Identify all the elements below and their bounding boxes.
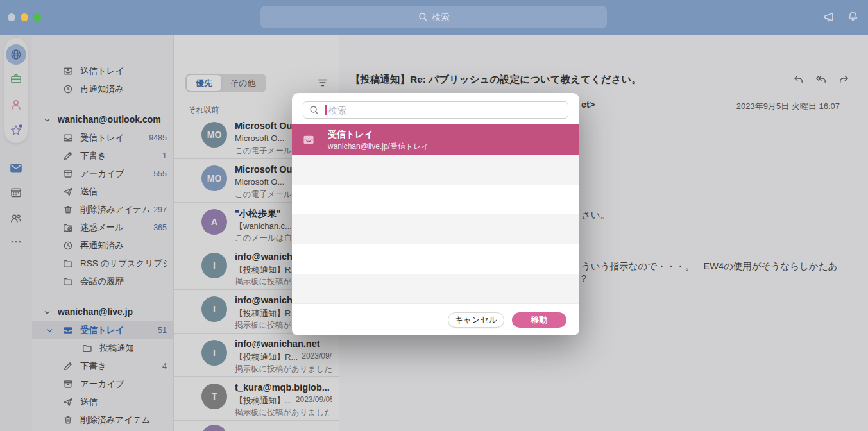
tab-other[interactable]: その他 bbox=[221, 75, 265, 91]
sidebar-item-deleted-live[interactable]: 削除済みアイテム bbox=[32, 411, 173, 429]
sidebar-item-snoozed2[interactable]: 再通知済み bbox=[32, 237, 173, 255]
briefcase-icon bbox=[10, 72, 22, 85]
calendar-icon bbox=[10, 186, 22, 199]
draft-icon bbox=[63, 361, 73, 371]
junk-folder-icon bbox=[63, 223, 73, 233]
mail-icon bbox=[9, 161, 23, 175]
body-text: ういう指示なので・・・。 EW4の使用がそうならしかたあ bbox=[581, 260, 837, 273]
sidebar-item-sent-live[interactable]: 送信 bbox=[32, 393, 173, 411]
close-window-button[interactable] bbox=[8, 13, 15, 21]
avatar: I bbox=[201, 253, 227, 278]
folder-icon bbox=[63, 276, 73, 287]
reply-all-icon[interactable] bbox=[815, 73, 828, 86]
sidebar-item-label: 受信トレイ bbox=[80, 132, 124, 144]
message-subject: 【投稿通知】R... bbox=[235, 264, 298, 276]
global-search-placeholder: 検索 bbox=[432, 12, 450, 23]
message-row[interactable]: I info@wanichan.net 【投稿通知】R...2023/09/05… bbox=[174, 334, 339, 377]
sidebar-item-deleted[interactable]: 削除済みアイテム 297 bbox=[32, 201, 173, 219]
item-count: 365 bbox=[153, 223, 167, 232]
sidebar-item-sent[interactable]: 送信 bbox=[32, 183, 173, 201]
more-modules-button[interactable] bbox=[10, 240, 22, 244]
sidebar-item-drafts-live[interactable]: 下書き 4 bbox=[32, 357, 173, 375]
message-sender: info@wanichan.net bbox=[235, 339, 332, 349]
body-text: さい。 bbox=[581, 209, 609, 221]
tab-focused[interactable]: 優先 bbox=[187, 75, 221, 91]
briefcase-account-button[interactable] bbox=[10, 72, 22, 85]
sidebar-item-label: 投稿通知 bbox=[99, 342, 134, 354]
outbox-icon bbox=[63, 66, 73, 76]
zoom-window-button[interactable] bbox=[33, 13, 41, 21]
unread-count: 9485 bbox=[149, 133, 167, 142]
folder-result-selected[interactable]: 受信トレイ wanichan@live.jp/受信トレイ bbox=[292, 124, 579, 155]
account-header-outlook[interactable]: wanichan@outlook.com bbox=[32, 110, 173, 129]
sidebar-item-label: 削除済みアイテム bbox=[80, 204, 151, 216]
folder-icon bbox=[63, 258, 73, 269]
sidebar-item-rss[interactable]: RSS のサブスクリプシ… bbox=[32, 255, 173, 273]
message-date: 2023/09/05 bbox=[298, 351, 332, 363]
inbox-icon bbox=[63, 133, 73, 143]
message-preview: 掲示板に投稿がありました… bbox=[235, 407, 332, 418]
calendar-module-button[interactable] bbox=[10, 186, 22, 199]
message-subject: 【投稿通知】... bbox=[235, 395, 292, 407]
message-subject: 【投稿通知】R... bbox=[235, 351, 298, 363]
search-icon bbox=[418, 12, 428, 22]
sidebar-item-inbox-live-selected[interactable]: 受信トレイ 51 bbox=[32, 321, 173, 339]
section-label: それ以前 bbox=[188, 105, 219, 115]
message-subject-title: 【投稿通知】Re: パブリッシュの設定について教えてください。 bbox=[350, 73, 778, 87]
message-row[interactable] bbox=[174, 421, 339, 431]
sidebar-item-inbox[interactable]: 受信トレイ 9485 bbox=[32, 129, 173, 147]
item-count: 1 bbox=[162, 151, 167, 160]
sidebar-item-junk[interactable]: 迷惑メール 365 bbox=[32, 219, 173, 237]
account-header-live[interactable]: wanichan@live.jp bbox=[32, 302, 173, 321]
filter-icon[interactable] bbox=[317, 77, 328, 89]
sidebar-item-label: 受信トレイ bbox=[80, 325, 124, 336]
sidebar-item-label: RSS のサブスクリプシ… bbox=[80, 258, 167, 269]
message-subject: 【wanichan.c... bbox=[235, 221, 292, 232]
archive-icon bbox=[63, 169, 73, 179]
message-subject: Microsoft O... bbox=[235, 133, 284, 143]
reply-icon[interactable] bbox=[792, 73, 805, 86]
people-icon bbox=[10, 212, 22, 224]
person-account-button[interactable] bbox=[10, 98, 22, 111]
item-count: 4 bbox=[162, 362, 167, 371]
inbox-icon bbox=[63, 325, 73, 335]
folder-search-input[interactable] bbox=[328, 105, 568, 115]
archive-icon bbox=[63, 379, 73, 389]
sidebar-item-label: 削除済みアイテム bbox=[80, 414, 151, 426]
sidebar-item-drafts[interactable]: 下書き 1 bbox=[32, 147, 173, 165]
sidebar-item-label: 迷惑メール bbox=[80, 222, 124, 233]
people-module-button[interactable] bbox=[10, 212, 22, 224]
send-icon bbox=[63, 397, 73, 407]
account-email: wanichan@live.jp bbox=[58, 307, 133, 317]
sender-fragment: et> bbox=[581, 99, 595, 110]
sidebar-item-post-notifications[interactable]: 投稿通知 bbox=[32, 339, 173, 357]
draft-icon bbox=[63, 151, 73, 161]
mail-module-button[interactable] bbox=[9, 161, 23, 175]
folder-result-path: wanichan@live.jp/受信トレイ bbox=[328, 141, 429, 152]
sidebar-item-archive[interactable]: アーカイブ 555 bbox=[32, 165, 173, 183]
sidebar-item-archive-live[interactable]: アーカイブ bbox=[32, 375, 173, 393]
search-icon bbox=[309, 105, 319, 115]
cancel-button[interactable]: キャンセル bbox=[448, 312, 504, 328]
dialog-footer: キャンセル 移動 bbox=[292, 303, 579, 335]
sidebar-item-snoozed[interactable]: 再通知済み bbox=[32, 80, 173, 98]
forward-icon[interactable] bbox=[837, 73, 850, 86]
sidebar-item-label: 再通知済み bbox=[80, 240, 124, 251]
globe-account-button[interactable] bbox=[6, 44, 26, 65]
bell-icon[interactable] bbox=[847, 10, 859, 24]
message-row[interactable]: T t_kura@mqb.biglob... 【投稿通知】...2023/09/… bbox=[174, 377, 339, 421]
minimize-window-button[interactable] bbox=[21, 13, 28, 21]
sidebar-item-conversation-history[interactable]: 会話の履歴 bbox=[32, 273, 173, 291]
move-to-folder-dialog: 受信トレイ wanichan@live.jp/受信トレイ キャンセル 移動 bbox=[292, 93, 579, 335]
move-button[interactable]: 移動 bbox=[512, 312, 566, 328]
folder-sidebar: 送信トレイ 再通知済み wanichan@outlook.com 受信トレイ 9… bbox=[32, 35, 173, 431]
globe-icon bbox=[6, 44, 26, 65]
outlook-window: 検索 bbox=[0, 0, 868, 431]
app-rail bbox=[0, 35, 32, 431]
global-search-field[interactable]: 検索 bbox=[260, 6, 607, 28]
folder-search-field[interactable] bbox=[303, 101, 568, 119]
chevron-down-icon bbox=[44, 309, 51, 316]
star-account-button[interactable] bbox=[10, 124, 23, 137]
megaphone-icon[interactable] bbox=[823, 10, 837, 24]
sidebar-item-outbox[interactable]: 送信トレイ bbox=[32, 62, 173, 80]
